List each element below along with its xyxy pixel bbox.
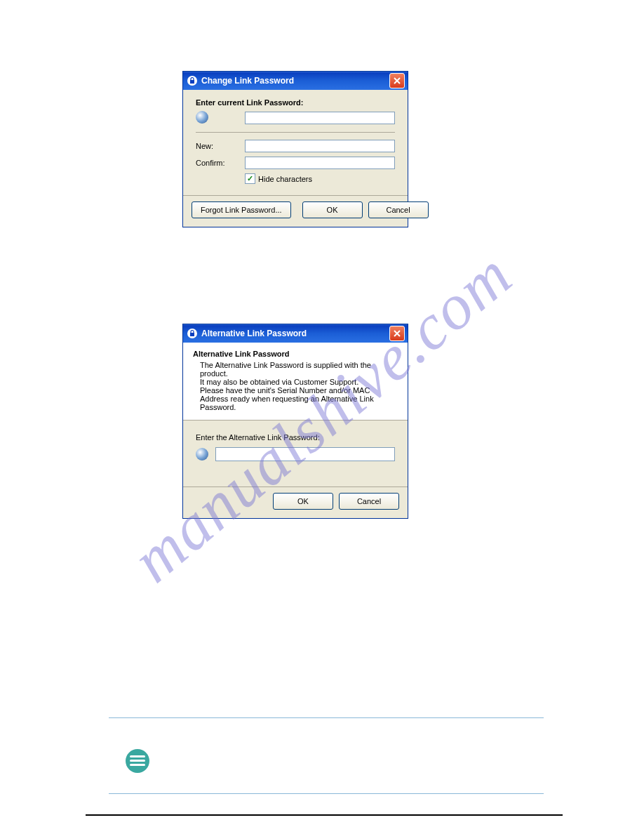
alternative-link-password-dialog: Alternative Link Password Alternative Li… xyxy=(182,324,408,519)
current-password-input[interactable] xyxy=(245,112,395,124)
dialog2-titlebar: Alternative Link Password xyxy=(183,324,408,343)
key-icon xyxy=(196,448,208,461)
cancel-button[interactable]: Cancel xyxy=(339,493,399,510)
separator-line xyxy=(109,717,544,718)
new-password-input[interactable] xyxy=(245,140,395,152)
ok-button[interactable]: OK xyxy=(273,493,333,510)
alternative-password-input[interactable] xyxy=(215,447,395,461)
info-block: Alternative Link Password The Alternativ… xyxy=(183,343,408,421)
svg-rect-5 xyxy=(130,764,145,766)
lock-icon xyxy=(187,329,197,338)
info-heading: Alternative Link Password xyxy=(193,350,398,358)
close-button[interactable] xyxy=(389,326,405,341)
cancel-button[interactable]: Cancel xyxy=(368,201,429,218)
ok-button[interactable]: OK xyxy=(302,201,363,218)
note-icon xyxy=(125,748,150,774)
hide-characters-label: Hide characters xyxy=(258,175,312,183)
svg-rect-0 xyxy=(190,80,194,84)
key-icon xyxy=(196,111,208,124)
dialog2-title: Alternative Link Password xyxy=(201,329,389,338)
page-footer-rule xyxy=(86,814,563,816)
close-button[interactable] xyxy=(389,73,405,88)
alternative-password-section: Enter the Alternative Link Password: xyxy=(183,421,408,482)
dialog1-button-row: Forgot Link Password... OK Cancel xyxy=(183,195,408,227)
new-label: New: xyxy=(196,142,245,150)
dialog1-body: Enter current Link Password: New: Confir… xyxy=(183,90,408,191)
svg-rect-4 xyxy=(130,760,145,762)
confirm-label: Confirm: xyxy=(196,159,245,167)
confirm-password-input[interactable] xyxy=(245,157,395,169)
dialog1-title: Change Link Password xyxy=(201,76,389,86)
lock-icon xyxy=(187,76,197,86)
info-line3: Please have the unit's Serial Number and… xyxy=(200,386,398,411)
svg-rect-1 xyxy=(190,333,194,336)
hide-characters-checkbox[interactable] xyxy=(245,173,255,184)
info-line1: The Alternative Link Password is supplie… xyxy=(200,361,398,378)
info-line2: It may also be obtained via Customer Sup… xyxy=(200,378,398,386)
change-link-password-dialog: Change Link Password Enter current Link … xyxy=(182,71,408,227)
current-password-label: Enter current Link Password: xyxy=(196,98,395,107)
separator-line xyxy=(109,793,544,794)
dialog1-titlebar: Change Link Password xyxy=(183,72,408,90)
svg-rect-3 xyxy=(130,755,145,757)
dialog2-button-row: OK Cancel xyxy=(183,486,408,518)
divider xyxy=(196,132,395,133)
forgot-password-button[interactable]: Forgot Link Password... xyxy=(192,201,291,218)
alternative-password-label: Enter the Alternative Link Password: xyxy=(196,433,395,442)
